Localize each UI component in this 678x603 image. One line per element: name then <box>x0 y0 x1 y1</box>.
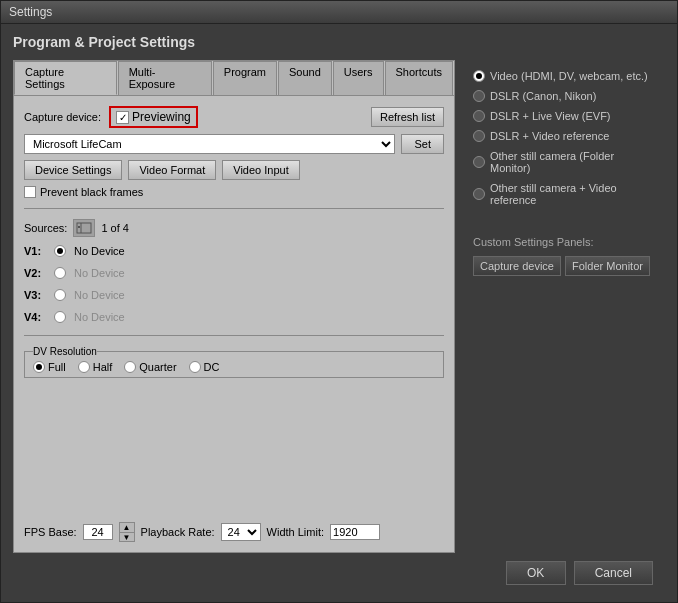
v3-label: V3: <box>24 289 46 301</box>
device-settings-button[interactable]: Device Settings <box>24 160 122 180</box>
v3-row: V3: No Device <box>24 287 444 303</box>
prevent-black-frames-label: Prevent black frames <box>40 186 143 198</box>
device-select[interactable]: Microsoft LifeCam <box>24 134 395 154</box>
divider-1 <box>24 208 444 209</box>
v3-device: No Device <box>74 289 125 301</box>
sources-count: 1 of 4 <box>101 222 129 234</box>
tab-capture-settings[interactable]: Capture Settings <box>14 61 117 95</box>
settings-window: Settings Program & Project Settings Capt… <box>0 0 678 603</box>
dv-quarter-option[interactable]: Quarter <box>124 361 176 373</box>
v4-device: No Device <box>74 311 125 323</box>
dslr-option[interactable]: DSLR (Canon, Nikon) <box>473 88 657 104</box>
folder-monitor-option[interactable]: Other still camera (Folder Monitor) <box>473 148 657 176</box>
svg-rect-2 <box>78 226 80 228</box>
tab-multi-exposure[interactable]: Multi-Exposure <box>118 61 212 95</box>
custom-buttons: Capture device Folder Monitor <box>473 256 657 276</box>
v1-label: V1: <box>24 245 46 257</box>
still-video-option[interactable]: Other still camera + Video reference <box>473 180 657 208</box>
video-option[interactable]: Video (HDMI, DV, webcam, etc.) <box>473 68 657 84</box>
bottom-bar: OK Cancel <box>13 553 665 591</box>
dv-full-radio[interactable] <box>33 361 45 373</box>
video-radio[interactable] <box>473 70 485 82</box>
divider-2 <box>24 335 444 336</box>
v4-label: V4: <box>24 311 46 323</box>
dv-dc-option[interactable]: DC <box>189 361 220 373</box>
video-input-button[interactable]: Video Input <box>222 160 299 180</box>
dv-quarter-radio[interactable] <box>124 361 136 373</box>
tabs-bar: Capture Settings Multi-Exposure Program … <box>14 61 454 96</box>
dv-resolution-legend: DV Resolution <box>33 346 97 357</box>
playback-rate-select[interactable]: 24 <box>221 523 261 541</box>
prevent-black-frames-row: Prevent black frames <box>24 186 444 198</box>
refresh-list-button[interactable]: Refresh list <box>371 107 444 127</box>
v2-radio[interactable] <box>54 267 66 279</box>
page-title: Program & Project Settings <box>13 34 665 50</box>
sources-row: Sources: 1 of 4 <box>24 219 444 237</box>
v4-row: V4: No Device <box>24 309 444 325</box>
v2-label: V2: <box>24 267 46 279</box>
action-buttons-row: Device Settings Video Format Video Input <box>24 160 444 180</box>
sources-label: Sources: <box>24 222 67 234</box>
still-video-radio[interactable] <box>473 188 485 200</box>
tab-content: Capture device: ✓ Previewing Refresh lis… <box>14 96 454 552</box>
tab-users[interactable]: Users <box>333 61 384 95</box>
prevent-black-frames-checkbox[interactable] <box>24 186 36 198</box>
v1-radio[interactable] <box>54 245 66 257</box>
fps-spinner[interactable]: ▲ ▼ <box>119 522 135 542</box>
main-layout: Capture Settings Multi-Exposure Program … <box>13 60 665 553</box>
device-select-row: Microsoft LifeCam Set <box>24 134 444 154</box>
dslr-video-radio[interactable] <box>473 130 485 142</box>
cancel-button[interactable]: Cancel <box>574 561 653 585</box>
sources-icon[interactable] <box>73 219 95 237</box>
dv-radio-row: Full Half Quarter <box>33 361 435 373</box>
fps-down-arrow[interactable]: ▼ <box>120 533 134 542</box>
tab-program[interactable]: Program <box>213 61 277 95</box>
video-format-button[interactable]: Video Format <box>128 160 216 180</box>
title-bar: Settings <box>1 1 677 24</box>
width-limit-input[interactable] <box>330 524 380 540</box>
previewing-checkbox-box[interactable]: ✓ <box>116 111 129 124</box>
previewing-label: Previewing <box>132 110 191 124</box>
folder-monitor-custom-btn[interactable]: Folder Monitor <box>565 256 650 276</box>
left-panel: Capture Settings Multi-Exposure Program … <box>13 60 455 553</box>
dslr-liveview-option[interactable]: DSLR + Live View (EVF) <box>473 108 657 124</box>
dslr-liveview-radio[interactable] <box>473 110 485 122</box>
v1-row: V1: No Device <box>24 243 444 259</box>
v4-radio[interactable] <box>54 311 66 323</box>
ok-button[interactable]: OK <box>506 561 566 585</box>
width-limit-label: Width Limit: <box>267 526 324 538</box>
fps-base-label: FPS Base: <box>24 526 77 538</box>
dslr-video-option[interactable]: DSLR + Video reference <box>473 128 657 144</box>
fps-row: FPS Base: ▲ ▼ Playback Rate: 24 Width Li… <box>24 516 444 542</box>
playback-rate-label: Playback Rate: <box>141 526 215 538</box>
tab-sound[interactable]: Sound <box>278 61 332 95</box>
content-area: Program & Project Settings Capture Setti… <box>1 24 677 601</box>
folder-monitor-radio[interactable] <box>473 156 485 168</box>
dv-half-radio[interactable] <box>78 361 90 373</box>
v3-radio[interactable] <box>54 289 66 301</box>
capture-device-custom-btn[interactable]: Capture device <box>473 256 561 276</box>
dv-dc-radio[interactable] <box>189 361 201 373</box>
dv-full-option[interactable]: Full <box>33 361 66 373</box>
tab-shortcuts[interactable]: Shortcuts <box>385 61 453 95</box>
dslr-radio[interactable] <box>473 90 485 102</box>
v2-row: V2: No Device <box>24 265 444 281</box>
right-panel: Video (HDMI, DV, webcam, etc.) DSLR (Can… <box>465 60 665 553</box>
dv-resolution-group: DV Resolution Full Half <box>24 346 444 378</box>
window-title: Settings <box>9 5 52 19</box>
fps-up-arrow[interactable]: ▲ <box>120 523 134 533</box>
previewing-checkbox[interactable]: ✓ Previewing <box>109 106 198 128</box>
dv-half-option[interactable]: Half <box>78 361 113 373</box>
set-button[interactable]: Set <box>401 134 444 154</box>
v2-device: No Device <box>74 267 125 279</box>
v1-device: No Device <box>74 245 125 257</box>
capture-device-label: Capture device: <box>24 111 101 123</box>
custom-settings-label: Custom Settings Panels: <box>473 236 657 248</box>
capture-device-row: Capture device: ✓ Previewing Refresh lis… <box>24 106 444 128</box>
fps-base-input[interactable] <box>83 524 113 540</box>
